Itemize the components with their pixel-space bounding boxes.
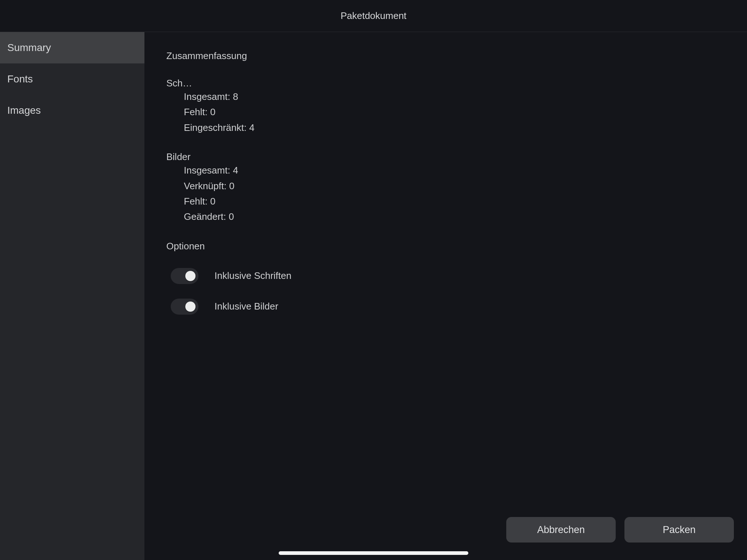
sidebar: Summary Fonts Images	[0, 32, 144, 560]
images-total-label: Insgesamt:	[184, 165, 230, 176]
fonts-restricted-label: Eingeschränkt:	[184, 122, 247, 133]
images-linked: Verknüpft: 0	[166, 178, 725, 194]
images-total-value: 4	[233, 165, 238, 176]
options-group: Optionen Inklusive Schriften Inklusive B…	[166, 241, 725, 315]
sidebar-item-label: Summary	[7, 42, 51, 54]
toggle-knob	[185, 302, 196, 312]
fonts-restricted-value: 4	[249, 122, 254, 133]
images-linked-label: Verknüpft:	[184, 180, 227, 191]
sidebar-item-label: Fonts	[7, 73, 33, 85]
fonts-group-title: Sch…	[166, 78, 725, 89]
fonts-total-value: 8	[233, 91, 238, 102]
footer-buttons: Abbrechen Packen	[506, 517, 734, 542]
main-content: Zusammenfassung Sch… Insgesamt: 8 Fehlt:…	[144, 32, 747, 560]
images-group: Bilder Insgesamt: 4 Verknüpft: 0 Fehlt: …	[166, 151, 725, 225]
titlebar: Paketdokument	[0, 0, 747, 32]
images-total: Insgesamt: 4	[166, 163, 725, 178]
sidebar-item-summary[interactable]: Summary	[0, 32, 144, 63]
sidebar-item-images[interactable]: Images	[0, 95, 144, 126]
options-heading: Optionen	[166, 241, 725, 252]
images-linked-value: 0	[229, 180, 234, 191]
include-images-toggle[interactable]	[171, 299, 198, 315]
package-button[interactable]: Packen	[624, 517, 734, 542]
images-changed: Geändert: 0	[166, 209, 725, 224]
summary-heading: Zusammenfassung	[166, 50, 725, 62]
fonts-total: Insgesamt: 8	[166, 89, 725, 104]
fonts-missing: Fehlt: 0	[166, 104, 725, 120]
sidebar-item-label: Images	[7, 105, 41, 116]
sidebar-item-fonts[interactable]: Fonts	[0, 63, 144, 95]
fonts-missing-value: 0	[210, 106, 215, 117]
toggle-knob	[185, 271, 196, 281]
include-images-row: Inklusive Bilder	[166, 299, 725, 315]
cancel-button[interactable]: Abbrechen	[506, 517, 616, 542]
images-missing-label: Fehlt:	[184, 196, 208, 207]
include-fonts-row: Inklusive Schriften	[166, 268, 725, 284]
home-indicator	[279, 551, 468, 555]
images-missing: Fehlt: 0	[166, 194, 725, 209]
images-changed-label: Geändert:	[184, 211, 226, 222]
include-fonts-label: Inklusive Schriften	[214, 270, 291, 281]
fonts-total-label: Insgesamt:	[184, 91, 230, 102]
images-group-title: Bilder	[166, 151, 725, 163]
images-changed-value: 0	[229, 211, 234, 222]
fonts-group: Sch… Insgesamt: 8 Fehlt: 0 Eingeschränkt…	[166, 78, 725, 135]
images-missing-value: 0	[210, 196, 215, 207]
fonts-restricted: Eingeschränkt: 4	[166, 120, 725, 135]
fonts-missing-label: Fehlt:	[184, 106, 208, 117]
window-title: Paketdokument	[341, 10, 407, 22]
include-images-label: Inklusive Bilder	[214, 301, 278, 312]
include-fonts-toggle[interactable]	[171, 268, 198, 284]
